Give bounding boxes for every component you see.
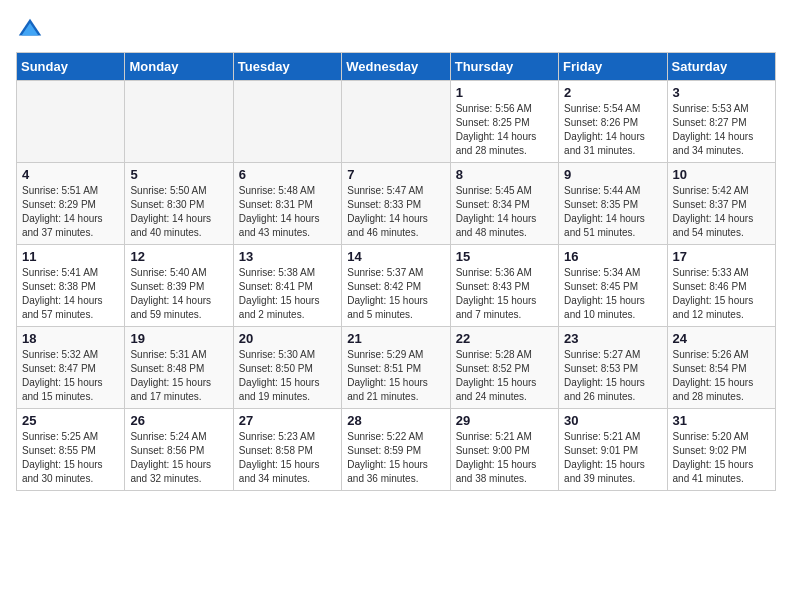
calendar-day-cell: 29Sunrise: 5:21 AM Sunset: 9:00 PM Dayli… (450, 409, 558, 491)
calendar-day-cell: 19Sunrise: 5:31 AM Sunset: 8:48 PM Dayli… (125, 327, 233, 409)
day-number: 22 (456, 331, 553, 346)
day-number: 1 (456, 85, 553, 100)
calendar-day-cell: 10Sunrise: 5:42 AM Sunset: 8:37 PM Dayli… (667, 163, 775, 245)
day-number: 10 (673, 167, 770, 182)
day-info: Sunrise: 5:31 AM Sunset: 8:48 PM Dayligh… (130, 348, 227, 404)
calendar-week-row: 11Sunrise: 5:41 AM Sunset: 8:38 PM Dayli… (17, 245, 776, 327)
calendar-day-cell: 24Sunrise: 5:26 AM Sunset: 8:54 PM Dayli… (667, 327, 775, 409)
day-info: Sunrise: 5:29 AM Sunset: 8:51 PM Dayligh… (347, 348, 444, 404)
day-number: 20 (239, 331, 336, 346)
calendar-day-cell: 23Sunrise: 5:27 AM Sunset: 8:53 PM Dayli… (559, 327, 667, 409)
day-number: 16 (564, 249, 661, 264)
logo (16, 16, 48, 44)
day-number: 5 (130, 167, 227, 182)
calendar-wrapper: SundayMondayTuesdayWednesdayThursdayFrid… (0, 52, 792, 499)
calendar-day-cell: 12Sunrise: 5:40 AM Sunset: 8:39 PM Dayli… (125, 245, 233, 327)
day-info: Sunrise: 5:47 AM Sunset: 8:33 PM Dayligh… (347, 184, 444, 240)
calendar-day-cell: 6Sunrise: 5:48 AM Sunset: 8:31 PM Daylig… (233, 163, 341, 245)
calendar-day-cell (17, 81, 125, 163)
calendar-day-cell: 8Sunrise: 5:45 AM Sunset: 8:34 PM Daylig… (450, 163, 558, 245)
day-info: Sunrise: 5:27 AM Sunset: 8:53 PM Dayligh… (564, 348, 661, 404)
day-number: 23 (564, 331, 661, 346)
day-info: Sunrise: 5:32 AM Sunset: 8:47 PM Dayligh… (22, 348, 119, 404)
calendar-table: SundayMondayTuesdayWednesdayThursdayFrid… (16, 52, 776, 491)
day-info: Sunrise: 5:34 AM Sunset: 8:45 PM Dayligh… (564, 266, 661, 322)
day-info: Sunrise: 5:50 AM Sunset: 8:30 PM Dayligh… (130, 184, 227, 240)
calendar-day-cell: 13Sunrise: 5:38 AM Sunset: 8:41 PM Dayli… (233, 245, 341, 327)
day-info: Sunrise: 5:40 AM Sunset: 8:39 PM Dayligh… (130, 266, 227, 322)
weekday-row: SundayMondayTuesdayWednesdayThursdayFrid… (17, 53, 776, 81)
day-info: Sunrise: 5:21 AM Sunset: 9:01 PM Dayligh… (564, 430, 661, 486)
calendar-day-cell: 9Sunrise: 5:44 AM Sunset: 8:35 PM Daylig… (559, 163, 667, 245)
day-info: Sunrise: 5:38 AM Sunset: 8:41 PM Dayligh… (239, 266, 336, 322)
day-info: Sunrise: 5:20 AM Sunset: 9:02 PM Dayligh… (673, 430, 770, 486)
calendar-day-cell: 21Sunrise: 5:29 AM Sunset: 8:51 PM Dayli… (342, 327, 450, 409)
day-number: 15 (456, 249, 553, 264)
day-info: Sunrise: 5:51 AM Sunset: 8:29 PM Dayligh… (22, 184, 119, 240)
day-info: Sunrise: 5:56 AM Sunset: 8:25 PM Dayligh… (456, 102, 553, 158)
calendar-day-cell: 22Sunrise: 5:28 AM Sunset: 8:52 PM Dayli… (450, 327, 558, 409)
calendar-day-cell: 3Sunrise: 5:53 AM Sunset: 8:27 PM Daylig… (667, 81, 775, 163)
calendar-day-cell: 30Sunrise: 5:21 AM Sunset: 9:01 PM Dayli… (559, 409, 667, 491)
calendar-day-cell: 17Sunrise: 5:33 AM Sunset: 8:46 PM Dayli… (667, 245, 775, 327)
day-number: 8 (456, 167, 553, 182)
calendar-week-row: 18Sunrise: 5:32 AM Sunset: 8:47 PM Dayli… (17, 327, 776, 409)
day-number: 19 (130, 331, 227, 346)
day-number: 4 (22, 167, 119, 182)
day-number: 7 (347, 167, 444, 182)
weekday-header: Friday (559, 53, 667, 81)
calendar-day-cell (233, 81, 341, 163)
weekday-header: Thursday (450, 53, 558, 81)
calendar-day-cell: 28Sunrise: 5:22 AM Sunset: 8:59 PM Dayli… (342, 409, 450, 491)
day-number: 3 (673, 85, 770, 100)
day-number: 30 (564, 413, 661, 428)
day-info: Sunrise: 5:41 AM Sunset: 8:38 PM Dayligh… (22, 266, 119, 322)
calendar-day-cell: 20Sunrise: 5:30 AM Sunset: 8:50 PM Dayli… (233, 327, 341, 409)
page-header (0, 0, 792, 52)
calendar-day-cell (342, 81, 450, 163)
calendar-day-cell: 27Sunrise: 5:23 AM Sunset: 8:58 PM Dayli… (233, 409, 341, 491)
calendar-day-cell: 2Sunrise: 5:54 AM Sunset: 8:26 PM Daylig… (559, 81, 667, 163)
weekday-header: Tuesday (233, 53, 341, 81)
calendar-day-cell: 1Sunrise: 5:56 AM Sunset: 8:25 PM Daylig… (450, 81, 558, 163)
day-info: Sunrise: 5:28 AM Sunset: 8:52 PM Dayligh… (456, 348, 553, 404)
calendar-day-cell: 14Sunrise: 5:37 AM Sunset: 8:42 PM Dayli… (342, 245, 450, 327)
weekday-header: Sunday (17, 53, 125, 81)
day-info: Sunrise: 5:25 AM Sunset: 8:55 PM Dayligh… (22, 430, 119, 486)
day-number: 12 (130, 249, 227, 264)
calendar-body: 1Sunrise: 5:56 AM Sunset: 8:25 PM Daylig… (17, 81, 776, 491)
calendar-day-cell: 15Sunrise: 5:36 AM Sunset: 8:43 PM Dayli… (450, 245, 558, 327)
day-number: 21 (347, 331, 444, 346)
day-info: Sunrise: 5:24 AM Sunset: 8:56 PM Dayligh… (130, 430, 227, 486)
day-number: 2 (564, 85, 661, 100)
calendar-day-cell: 7Sunrise: 5:47 AM Sunset: 8:33 PM Daylig… (342, 163, 450, 245)
calendar-day-cell: 26Sunrise: 5:24 AM Sunset: 8:56 PM Dayli… (125, 409, 233, 491)
day-info: Sunrise: 5:54 AM Sunset: 8:26 PM Dayligh… (564, 102, 661, 158)
day-info: Sunrise: 5:23 AM Sunset: 8:58 PM Dayligh… (239, 430, 336, 486)
calendar-day-cell (125, 81, 233, 163)
day-number: 26 (130, 413, 227, 428)
logo-icon (16, 16, 44, 44)
day-number: 14 (347, 249, 444, 264)
calendar-day-cell: 5Sunrise: 5:50 AM Sunset: 8:30 PM Daylig… (125, 163, 233, 245)
day-number: 11 (22, 249, 119, 264)
day-info: Sunrise: 5:37 AM Sunset: 8:42 PM Dayligh… (347, 266, 444, 322)
day-info: Sunrise: 5:26 AM Sunset: 8:54 PM Dayligh… (673, 348, 770, 404)
day-number: 28 (347, 413, 444, 428)
calendar-day-cell: 18Sunrise: 5:32 AM Sunset: 8:47 PM Dayli… (17, 327, 125, 409)
calendar-day-cell: 25Sunrise: 5:25 AM Sunset: 8:55 PM Dayli… (17, 409, 125, 491)
day-info: Sunrise: 5:44 AM Sunset: 8:35 PM Dayligh… (564, 184, 661, 240)
day-number: 25 (22, 413, 119, 428)
day-number: 13 (239, 249, 336, 264)
day-number: 27 (239, 413, 336, 428)
calendar-week-row: 25Sunrise: 5:25 AM Sunset: 8:55 PM Dayli… (17, 409, 776, 491)
day-info: Sunrise: 5:45 AM Sunset: 8:34 PM Dayligh… (456, 184, 553, 240)
day-number: 29 (456, 413, 553, 428)
day-info: Sunrise: 5:30 AM Sunset: 8:50 PM Dayligh… (239, 348, 336, 404)
calendar-week-row: 4Sunrise: 5:51 AM Sunset: 8:29 PM Daylig… (17, 163, 776, 245)
weekday-header: Monday (125, 53, 233, 81)
day-info: Sunrise: 5:48 AM Sunset: 8:31 PM Dayligh… (239, 184, 336, 240)
calendar-week-row: 1Sunrise: 5:56 AM Sunset: 8:25 PM Daylig… (17, 81, 776, 163)
day-info: Sunrise: 5:21 AM Sunset: 9:00 PM Dayligh… (456, 430, 553, 486)
calendar-header: SundayMondayTuesdayWednesdayThursdayFrid… (17, 53, 776, 81)
